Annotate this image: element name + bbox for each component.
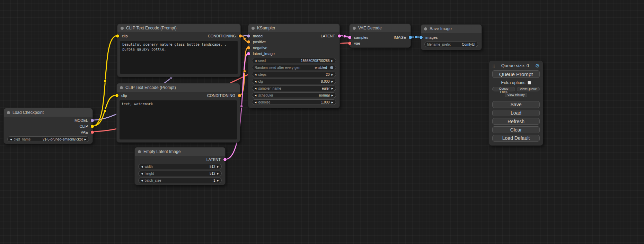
node-header[interactable]: Save Image xyxy=(421,25,482,33)
node-header[interactable]: CLIP Text Encode (Prompt) xyxy=(117,83,240,92)
node-vae-decode[interactable]: VAE Decode samples IMAGE vae xyxy=(349,24,411,48)
prompt-textarea[interactable]: text, watermark xyxy=(120,100,237,139)
output-slot-conditioning: CONDITIONING xyxy=(208,34,236,38)
input-port-latent-image[interactable] xyxy=(247,52,250,55)
increment-arrow-icon[interactable]: ▶ xyxy=(217,179,219,182)
node-header[interactable]: VAE Decode xyxy=(350,24,411,32)
widget-sampler-name[interactable]: ◀ sampler_name euler ▶ xyxy=(252,85,336,91)
input-port-images[interactable] xyxy=(420,36,423,39)
output-port-clip[interactable] xyxy=(91,125,94,128)
load-button[interactable]: Load xyxy=(492,110,540,116)
increment-arrow-icon[interactable]: ▶ xyxy=(332,101,333,103)
widget-denoise[interactable]: ◀ denoise 1.000 ▶ xyxy=(252,99,336,105)
input-port-positive[interactable] xyxy=(247,40,250,43)
node-load-checkpoint[interactable]: Load Checkpoint MODEL CLIP VAE ◀ ckpt_na… xyxy=(3,108,93,144)
extra-options-checkbox[interactable] xyxy=(528,81,531,84)
slot-label: vae xyxy=(354,41,360,45)
decrement-arrow-icon[interactable]: ◀ xyxy=(141,165,143,168)
input-port-model[interactable] xyxy=(247,34,250,37)
output-slot-model: MODEL xyxy=(74,118,88,123)
widget-ckpt-name[interactable]: ◀ ckpt_name v1-5-pruned-emaonly.ckpt ▶ xyxy=(7,136,89,142)
queue-buttons-row: Queue Front View Queue xyxy=(492,87,540,91)
node-clip-text-encode-negative[interactable]: CLIP Text Encode (Prompt) clip CONDITION… xyxy=(116,83,240,143)
node-header[interactable]: KSampler xyxy=(248,24,339,32)
widget-name: height xyxy=(144,172,154,175)
output-port-image[interactable] xyxy=(409,36,412,39)
slot-label: positive xyxy=(253,40,266,44)
slot-row: vae xyxy=(350,40,411,46)
node-ksampler[interactable]: KSampler model LATENT positive negative … xyxy=(248,24,340,108)
clear-button[interactable]: Clear xyxy=(492,126,540,133)
increment-arrow-icon[interactable]: ▶ xyxy=(217,165,219,168)
increment-arrow-icon[interactable]: ▶ xyxy=(332,60,333,62)
output-port-conditioning[interactable] xyxy=(239,34,242,37)
output-port-latent[interactable] xyxy=(223,158,227,161)
decrement-arrow-icon[interactable]: ◀ xyxy=(255,87,256,90)
widget-name: seed xyxy=(258,59,266,63)
widget-width[interactable]: ◀ width 512 ▶ xyxy=(138,164,222,169)
increment-arrow-icon[interactable]: ▶ xyxy=(332,80,333,83)
decrement-arrow-icon[interactable]: ◀ xyxy=(141,172,143,175)
output-port-latent[interactable] xyxy=(338,34,341,37)
decrement-arrow-icon[interactable]: ◀ xyxy=(10,138,12,141)
link-midpoint-dot xyxy=(104,80,107,82)
load-default-button[interactable]: Load Default xyxy=(492,135,540,142)
refresh-button[interactable]: Refresh xyxy=(492,118,540,125)
node-header[interactable]: Load Checkpoint xyxy=(4,108,92,117)
input-port-clip[interactable] xyxy=(115,94,118,97)
input-port-clip[interactable] xyxy=(116,34,119,37)
input-port-vae[interactable] xyxy=(348,42,351,45)
slot-label: clip xyxy=(121,93,127,98)
graph-canvas[interactable]: Load Checkpoint MODEL CLIP VAE ◀ ckpt_na… xyxy=(0,0,644,244)
widget-filename-prefix[interactable]: filename_prefix ComfyUI xyxy=(424,42,478,47)
decrement-arrow-icon[interactable]: ◀ xyxy=(255,94,256,97)
input-port-samples[interactable] xyxy=(348,36,351,39)
collapse-dot-icon[interactable] xyxy=(7,111,10,114)
view-history-button[interactable]: View History xyxy=(505,93,528,97)
increment-arrow-icon[interactable]: ▶ xyxy=(332,87,333,90)
decrement-arrow-icon[interactable]: ◀ xyxy=(255,101,256,103)
widget-name: steps xyxy=(258,73,266,76)
prompt-textarea[interactable]: beautiful scenery nature glass bottle la… xyxy=(120,41,238,74)
increment-arrow-icon[interactable]: ▶ xyxy=(217,172,219,175)
decrement-arrow-icon[interactable]: ◀ xyxy=(141,179,143,182)
input-port-negative[interactable] xyxy=(247,46,250,49)
slot-label: CONDITIONING xyxy=(207,93,235,98)
output-port-model[interactable] xyxy=(91,119,94,122)
slots: LATENT xyxy=(135,156,225,162)
widget-steps[interactable]: ◀ steps 20 ▶ xyxy=(252,72,336,77)
node-empty-latent-image[interactable]: Empty Latent Image LATENT ◀ width 512 ▶ … xyxy=(134,147,226,185)
drag-handle-icon[interactable]: ⣿ xyxy=(492,63,495,68)
increment-arrow-icon[interactable]: ▶ xyxy=(85,138,86,141)
decrement-arrow-icon[interactable]: ◀ xyxy=(255,60,256,62)
collapse-dot-icon[interactable] xyxy=(353,27,356,30)
collapse-dot-icon[interactable] xyxy=(121,27,124,30)
output-port-conditioning[interactable] xyxy=(238,94,241,97)
increment-arrow-icon[interactable]: ▶ xyxy=(332,73,333,76)
collapse-dot-icon[interactable] xyxy=(424,27,427,30)
queue-prompt-button[interactable]: Queue Prompt xyxy=(492,70,540,78)
decrement-arrow-icon[interactable]: ◀ xyxy=(255,73,256,76)
decrement-arrow-icon[interactable]: ◀ xyxy=(255,80,256,83)
widget-random-seed-toggle[interactable]: Random seed after every gen enabled xyxy=(252,65,336,70)
widget-height[interactable]: ◀ height 512 ▶ xyxy=(138,171,222,176)
save-button[interactable]: Save xyxy=(492,101,540,108)
widget-batch-size[interactable]: ◀ batch_size 1 ▶ xyxy=(138,178,222,183)
view-queue-button[interactable]: View Queue xyxy=(517,87,540,91)
queue-front-button[interactable]: Queue Front xyxy=(492,87,515,91)
toggle-on-icon[interactable] xyxy=(330,66,333,69)
collapse-dot-icon[interactable] xyxy=(138,150,141,153)
collapse-dot-icon[interactable] xyxy=(120,86,123,89)
node-header[interactable]: CLIP Text Encode (Prompt) xyxy=(117,24,240,32)
widget-scheduler[interactable]: ◀ scheduler normal ▶ xyxy=(252,92,336,98)
settings-gear-icon[interactable]: ⚙ xyxy=(535,63,540,68)
output-port-vae[interactable] xyxy=(91,130,94,134)
node-save-image[interactable]: Save Image images filename_prefix ComfyU… xyxy=(421,24,482,50)
collapse-dot-icon[interactable] xyxy=(252,27,255,30)
slot-label: images xyxy=(425,35,438,39)
increment-arrow-icon[interactable]: ▶ xyxy=(332,94,333,97)
widget-seed[interactable]: ◀ seed 156680208700286 ▶ xyxy=(252,58,336,63)
node-clip-text-encode-positive[interactable]: CLIP Text Encode (Prompt) clip CONDITION… xyxy=(117,24,241,77)
node-header[interactable]: Empty Latent Image xyxy=(135,147,225,156)
widget-cfg[interactable]: ◀ cfg 8.000 ▶ xyxy=(252,79,336,84)
